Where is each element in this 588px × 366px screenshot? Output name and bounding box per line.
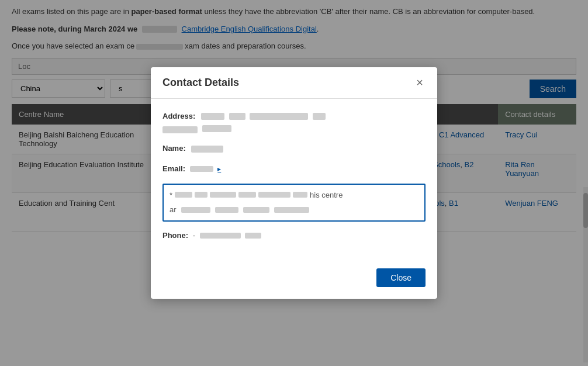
address-redacted-6 — [202, 125, 231, 132]
modal-body: Address: Name: Email: ▸ — [151, 99, 437, 262]
phone-field: Phone: - — [162, 230, 426, 242]
email-ar: ar — [170, 204, 177, 216]
modal-footer: Close — [151, 261, 437, 299]
email-redacted-c3 — [243, 207, 269, 213]
address-redacted-2 — [229, 113, 245, 120]
email-redacted-b1 — [175, 192, 192, 198]
modal-overlay: Contact Details × Address: Name: — [0, 0, 588, 366]
email-link[interactable]: ▸ — [217, 165, 221, 173]
email-redacted-c2 — [215, 207, 238, 213]
name-label: Name: — [162, 144, 186, 153]
email-redacted-b2 — [195, 192, 207, 198]
address-redacted-1 — [201, 113, 224, 120]
address-redacted-4 — [313, 113, 326, 120]
modal-header: Contact Details × — [151, 67, 437, 99]
modal-title: Contact Details — [162, 77, 239, 89]
email-label: Email: — [162, 164, 185, 173]
email-line-1: * his centre — [170, 189, 418, 201]
phone-label: Phone: — [162, 231, 188, 240]
email-redacted-b5 — [258, 192, 290, 198]
address-field: Address: — [162, 111, 426, 135]
email-box: * his centre ar — [162, 184, 426, 222]
address-redacted-3 — [250, 113, 308, 120]
address-label: Address: — [162, 112, 195, 120]
close-button[interactable]: Close — [376, 268, 426, 287]
email-asterisk: * — [170, 189, 172, 201]
email-redacted-inline — [190, 166, 213, 172]
address-redacted-5 — [162, 126, 198, 133]
email-note-end: his centre — [310, 189, 343, 201]
phone-redacted-1 — [200, 233, 241, 239]
email-redacted-b6 — [293, 192, 307, 198]
name-redacted — [191, 146, 223, 153]
name-field: Name: — [162, 143, 426, 155]
email-redacted-c4 — [274, 207, 309, 213]
email-redacted-b4 — [238, 192, 256, 198]
modal-close-x-button[interactable]: × — [414, 77, 426, 88]
phone-dash: - — [193, 231, 195, 240]
email-line-2: ar — [170, 204, 418, 216]
phone-redacted-2 — [245, 233, 261, 239]
email-redacted-b3 — [210, 192, 236, 198]
email-field: Email: ▸ — [162, 163, 426, 175]
email-redacted-c1 — [181, 207, 210, 213]
contact-details-modal: Contact Details × Address: Name: — [151, 67, 437, 299]
